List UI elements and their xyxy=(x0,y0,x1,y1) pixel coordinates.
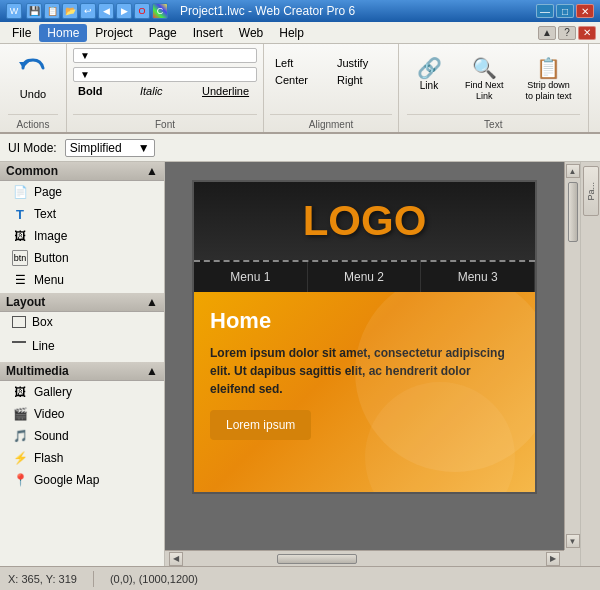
image-label: Image xyxy=(34,229,67,243)
scroll-up-arrow[interactable]: ▲ xyxy=(566,164,580,178)
menu-help[interactable]: Help xyxy=(271,24,312,42)
nav-menu1[interactable]: Menu 1 xyxy=(194,262,308,292)
panel-item-googlemap[interactable]: 📍 Google Map xyxy=(0,469,164,491)
font-family-dropdown[interactable]: ▼ xyxy=(73,48,257,63)
coordinates: X: 365, Y: 319 xyxy=(8,573,77,585)
menu-insert[interactable]: Insert xyxy=(185,24,231,42)
site-cta-button[interactable]: Lorem ipsum xyxy=(210,410,311,440)
googlemap-icon: 📍 xyxy=(12,472,28,488)
text-section-label: Text xyxy=(407,114,580,130)
maximize-button[interactable]: □ xyxy=(556,4,574,18)
panel-item-text[interactable]: T Text xyxy=(0,203,164,225)
line-icon xyxy=(12,341,26,357)
canvas-content[interactable]: LOGO Menu 1 Menu 2 Menu 3 Home Lore xyxy=(165,162,580,566)
site-logo: LOGO xyxy=(303,197,427,245)
opera-icon[interactable]: O xyxy=(134,3,150,19)
gallery-label: Gallery xyxy=(34,385,72,399)
align-left-button[interactable]: Left xyxy=(270,56,330,70)
h-scroll-thumb[interactable] xyxy=(277,554,357,564)
undo-button[interactable]: Undo xyxy=(8,48,58,104)
italic-button[interactable]: Italic xyxy=(135,84,195,98)
window-title: Project1.lwc - Web Creator Pro 6 xyxy=(180,4,355,18)
strip-label: Strip downto plain text xyxy=(526,80,572,102)
minimize-button[interactable]: — xyxy=(536,4,554,18)
undo-label: Undo xyxy=(20,88,46,100)
menu-web[interactable]: Web xyxy=(231,24,271,42)
save-icon[interactable]: 💾 xyxy=(26,3,42,19)
undo-icon xyxy=(15,52,51,88)
panel-item-video[interactable]: 🎬 Video xyxy=(0,403,164,425)
sound-icon: 🎵 xyxy=(12,428,28,444)
window-controls[interactable]: — □ ✕ xyxy=(536,4,594,18)
gallery-icon: 🖼 xyxy=(12,384,28,400)
chrome-icon[interactable]: C xyxy=(152,3,168,19)
menu-file[interactable]: File xyxy=(4,24,39,42)
strip-text-button[interactable]: 📋 Strip downto plain text xyxy=(518,52,580,106)
new-icon[interactable]: 📋 xyxy=(44,3,60,19)
ui-mode-value: Simplified xyxy=(70,141,122,155)
panel-item-box[interactable]: Box xyxy=(0,312,164,332)
align-right-button[interactable]: Right xyxy=(332,73,392,87)
bold-button[interactable]: Bold xyxy=(73,84,133,98)
panel-item-line[interactable]: Line xyxy=(0,332,164,360)
common-collapse-icon: ▲ xyxy=(146,164,158,178)
panel-item-flash[interactable]: ⚡ Flash xyxy=(0,447,164,469)
link-button[interactable]: 🔗 Link xyxy=(407,52,451,106)
nav-menu2[interactable]: Menu 2 xyxy=(308,262,422,292)
font-label: Font xyxy=(73,114,257,130)
ui-mode-dropdown[interactable]: Simplified ▼ xyxy=(65,139,155,157)
text-link-section: 🔗 Link 🔍 Find NextLink 📋 Strip downto pl… xyxy=(399,44,589,132)
layout-section-header[interactable]: Layout ▲ xyxy=(0,293,164,312)
box-icon xyxy=(12,316,26,328)
ribbon: Undo Actions ▼ ▼ Bold Italic Underline F… xyxy=(0,44,600,134)
undo-title-icon[interactable]: ↩ xyxy=(80,3,96,19)
panel-item-page[interactable]: 📄 Page xyxy=(0,181,164,203)
video-label: Video xyxy=(34,407,64,421)
site-nav[interactable]: Menu 1 Menu 2 Menu 3 xyxy=(194,262,535,292)
v-scroll-thumb[interactable] xyxy=(568,182,578,242)
link-icon: 🔗 xyxy=(417,56,442,80)
line-label: Line xyxy=(32,339,55,353)
page-tab-label: Pa... xyxy=(586,182,596,201)
close-btn2[interactable]: ✕ xyxy=(578,26,596,40)
menu-home[interactable]: Home xyxy=(39,24,87,42)
scroll-down-arrow[interactable]: ▼ xyxy=(566,534,580,548)
nav-back-icon[interactable]: ◀ xyxy=(98,3,114,19)
page-tab[interactable]: Pa... xyxy=(583,166,599,216)
layout-collapse-icon: ▲ xyxy=(146,295,158,309)
menu-page[interactable]: Page xyxy=(141,24,185,42)
panel-item-menu[interactable]: ☰ Menu xyxy=(0,269,164,291)
menu-project[interactable]: Project xyxy=(87,24,140,42)
open-icon[interactable]: 📂 xyxy=(62,3,78,19)
close-button[interactable]: ✕ xyxy=(576,4,594,18)
text-buttons-row: 🔗 Link 🔍 Find NextLink 📋 Strip downto pl… xyxy=(407,52,580,106)
sound-label: Sound xyxy=(34,429,69,443)
horizontal-scrollbar[interactable]: ◀ ▶ xyxy=(165,550,564,566)
flash-icon: ⚡ xyxy=(12,450,28,466)
font-size-dropdown[interactable]: ▼ xyxy=(73,67,257,82)
title-bar-quick-access: 💾 📋 📂 ↩ ◀ ▶ O C xyxy=(26,3,168,19)
justify-button[interactable]: Justify xyxy=(332,56,392,70)
vertical-scrollbar[interactable]: ▲ ▼ xyxy=(564,162,580,550)
multimedia-section-header[interactable]: Multimedia ▲ xyxy=(0,362,164,381)
alignment-section: Left Justify Center Right Alignment xyxy=(264,44,399,132)
scroll-right-arrow[interactable]: ▶ xyxy=(546,552,560,566)
ribbon-collapse-btn[interactable]: ▲ xyxy=(538,26,556,40)
panel-item-gallery[interactable]: 🖼 Gallery xyxy=(0,381,164,403)
align-center-button[interactable]: Center xyxy=(270,73,330,87)
box-label: Box xyxy=(32,315,53,329)
panel-item-image[interactable]: 🖼 Image xyxy=(0,225,164,247)
ui-mode-label: UI Mode: xyxy=(8,141,57,155)
menu-icon: ☰ xyxy=(12,272,28,288)
scroll-left-arrow[interactable]: ◀ xyxy=(169,552,183,566)
common-section-header[interactable]: Common ▲ xyxy=(0,162,164,181)
site-preview[interactable]: LOGO Menu 1 Menu 2 Menu 3 Home Lore xyxy=(192,180,537,494)
panel-item-button[interactable]: btn Button xyxy=(0,247,164,269)
underline-button[interactable]: Underline xyxy=(197,84,257,98)
find-next-link-button[interactable]: 🔍 Find NextLink xyxy=(457,52,512,106)
nav-fwd-icon[interactable]: ▶ xyxy=(116,3,132,19)
video-icon: 🎬 xyxy=(12,406,28,422)
help-btn[interactable]: ? xyxy=(558,26,576,40)
panel-item-sound[interactable]: 🎵 Sound xyxy=(0,425,164,447)
nav-menu3[interactable]: Menu 3 xyxy=(421,262,535,292)
